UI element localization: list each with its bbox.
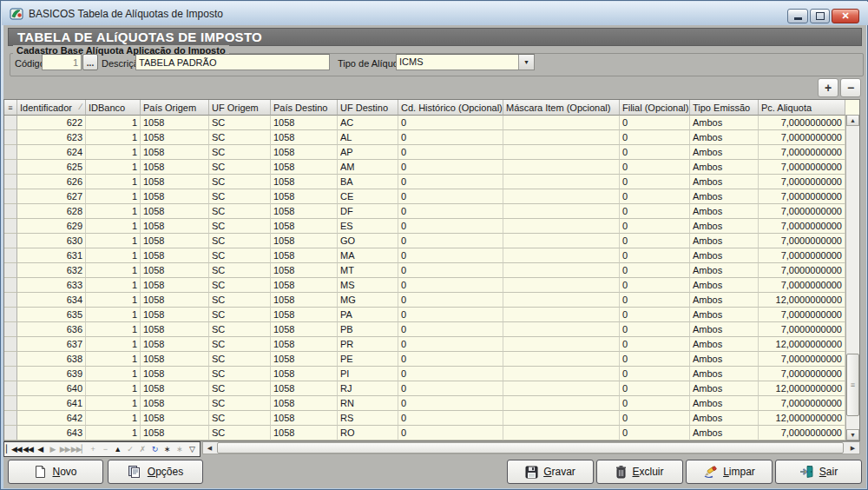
minimize-button[interactable] [787,9,808,23]
cell-idbanco[interactable]: 1 [86,145,141,160]
cell-identificador[interactable]: 636 [17,322,86,337]
cell-idbanco[interactable]: 1 [86,396,141,411]
cell-identificador[interactable]: 625 [17,160,86,175]
cell-cd-hist-rico-opcional[interactable]: 0 [398,308,503,322]
cell-pc-aliquota[interactable]: 7,0000000000 [759,175,845,189]
cell-idbanco[interactable]: 1 [86,293,141,308]
cell-pa-s-destino[interactable]: 1058 [271,426,338,440]
nav-refresh-button[interactable]: ↻ [148,445,161,454]
cell-identificador[interactable]: 634 [17,293,86,308]
cell-filial-opcional[interactable]: 0 [620,322,690,337]
column-header-tipo-emiss-o[interactable]: Tipo Emissão [690,100,759,116]
column-header-filial-opcional[interactable]: Filial (Opcional) [620,100,690,116]
cell-uf-destino[interactable]: AM [338,160,398,175]
descricao-field[interactable] [135,54,330,70]
cell-m-scara-item-opcional[interactable] [503,337,620,352]
column-header-uf-destino[interactable]: UF Destino [338,100,398,116]
cell-idbanco[interactable]: 1 [86,248,141,263]
vertical-scrollbar[interactable]: ▲ ≡ ▼ [845,115,859,440]
cell-pa-s-origem[interactable]: 1058 [141,204,209,219]
cell-uf-origem[interactable]: SC [209,426,271,440]
cell-uf-destino[interactable]: PB [338,322,398,337]
cell-m-scara-item-opcional[interactable] [503,175,620,189]
cell-uf-destino[interactable]: MG [338,293,398,308]
remove-row-button[interactable]: − [840,78,861,97]
cell-uf-destino[interactable]: DF [338,204,398,219]
cell-filial-opcional[interactable]: 0 [620,219,690,234]
cell-pa-s-origem[interactable]: 1058 [141,293,209,308]
cell-pa-s-origem[interactable]: 1058 [141,160,209,175]
cell-pc-aliquota[interactable]: 7,0000000000 [759,278,845,293]
cell-uf-origem[interactable]: SC [209,352,271,367]
cell-identificador[interactable]: 639 [17,367,86,381]
cell-uf-destino[interactable]: PE [338,352,398,367]
cell-identificador[interactable]: 638 [17,352,86,367]
column-header-idbanco[interactable]: IDBanco [86,100,141,116]
cell-pa-s-destino[interactable]: 1058 [271,219,338,234]
cell-pa-s-origem[interactable]: 1058 [141,396,209,411]
cell-identificador[interactable]: 623 [17,130,86,145]
cell-pa-s-destino[interactable]: 1058 [271,396,338,411]
cell-pc-aliquota[interactable]: 7,0000000000 [759,322,845,337]
table-row[interactable]: 62411058SC1058AP00Ambos7,0000000000 [4,145,845,160]
cell-pa-s-origem[interactable]: 1058 [141,263,209,278]
cell-uf-destino[interactable]: RS [338,411,398,426]
cell-pc-aliquota[interactable]: 7,0000000000 [759,189,845,204]
horizontal-scrollbar[interactable]: ◀ ▶ [202,441,860,454]
cell-pc-aliquota[interactable]: 7,0000000000 [759,160,845,175]
cell-tipo-emiss-o[interactable]: Ambos [690,396,759,411]
cell-pc-aliquota[interactable]: 7,0000000000 [759,219,845,234]
cell-tipo-emiss-o[interactable]: Ambos [690,308,759,322]
cell-pa-s-origem[interactable]: 1058 [141,337,209,352]
cell-m-scara-item-opcional[interactable] [503,411,620,426]
cell-identificador[interactable]: 635 [17,308,86,322]
cell-filial-opcional[interactable]: 0 [620,308,690,322]
cell-cd-hist-rico-opcional[interactable]: 0 [398,263,503,278]
cell-tipo-emiss-o[interactable]: Ambos [690,381,759,396]
cell-tipo-emiss-o[interactable]: Ambos [690,219,759,234]
cell-filial-opcional[interactable]: 0 [620,263,690,278]
cell-uf-destino[interactable]: GO [338,234,398,248]
cell-tipo-emiss-o[interactable]: Ambos [690,263,759,278]
table-row[interactable]: 62711058SC1058CE00Ambos7,0000000000 [4,189,845,204]
table-row[interactable]: 63211058SC1058MT00Ambos7,0000000000 [4,263,845,278]
cell-identificador[interactable]: 637 [17,337,86,352]
cell-uf-origem[interactable]: SC [209,234,271,248]
cell-pa-s-origem[interactable]: 1058 [141,426,209,440]
cell-m-scara-item-opcional[interactable] [503,381,620,396]
cell-idbanco[interactable]: 1 [86,204,141,219]
cell-pc-aliquota[interactable]: 7,0000000000 [759,234,845,248]
cell-pc-aliquota[interactable]: 12,0000000000 [759,381,845,396]
cell-m-scara-item-opcional[interactable] [503,248,620,263]
cell-cd-hist-rico-opcional[interactable]: 0 [398,411,503,426]
cell-pa-s-destino[interactable]: 1058 [271,130,338,145]
cell-filial-opcional[interactable]: 0 [620,204,690,219]
cell-uf-destino[interactable]: PR [338,337,398,352]
table-row[interactable]: 64111058SC1058RN00Ambos7,0000000000 [4,396,845,411]
cell-pa-s-destino[interactable]: 1058 [271,145,338,160]
cell-pc-aliquota[interactable]: 7,0000000000 [759,204,845,219]
cell-m-scara-item-opcional[interactable] [503,367,620,381]
cell-pc-aliquota[interactable]: 7,0000000000 [759,248,845,263]
horizontal-scroll-thumb[interactable] [217,442,844,454]
cell-pa-s-origem[interactable]: 1058 [141,130,209,145]
scroll-right-button[interactable]: ▶ [846,442,859,454]
cell-uf-origem[interactable]: SC [209,411,271,426]
cell-identificador[interactable]: 622 [17,116,86,130]
nav-set-bookmark-button[interactable]: ∗ [161,445,173,454]
cell-cd-hist-rico-opcional[interactable]: 0 [398,278,503,293]
column-header-pc-aliquota[interactable]: Pc. Aliquota [759,100,845,116]
cell-cd-hist-rico-opcional[interactable]: 0 [398,293,503,308]
cell-filial-opcional[interactable]: 0 [620,293,690,308]
cell-filial-opcional[interactable]: 0 [620,426,690,440]
cell-cd-hist-rico-opcional[interactable]: 0 [398,381,503,396]
cell-uf-origem[interactable]: SC [209,248,271,263]
cell-cd-hist-rico-opcional[interactable]: 0 [398,322,503,337]
table-row[interactable]: 62211058SC1058AC00Ambos7,0000000000 [4,116,845,130]
scroll-left-button[interactable]: ◀ [203,442,216,454]
cell-tipo-emiss-o[interactable]: Ambos [690,175,759,189]
cell-uf-destino[interactable]: PA [338,308,398,322]
opcoes-button[interactable]: Opções [108,460,203,484]
cell-cd-hist-rico-opcional[interactable]: 0 [398,160,503,175]
cell-idbanco[interactable]: 1 [86,278,141,293]
